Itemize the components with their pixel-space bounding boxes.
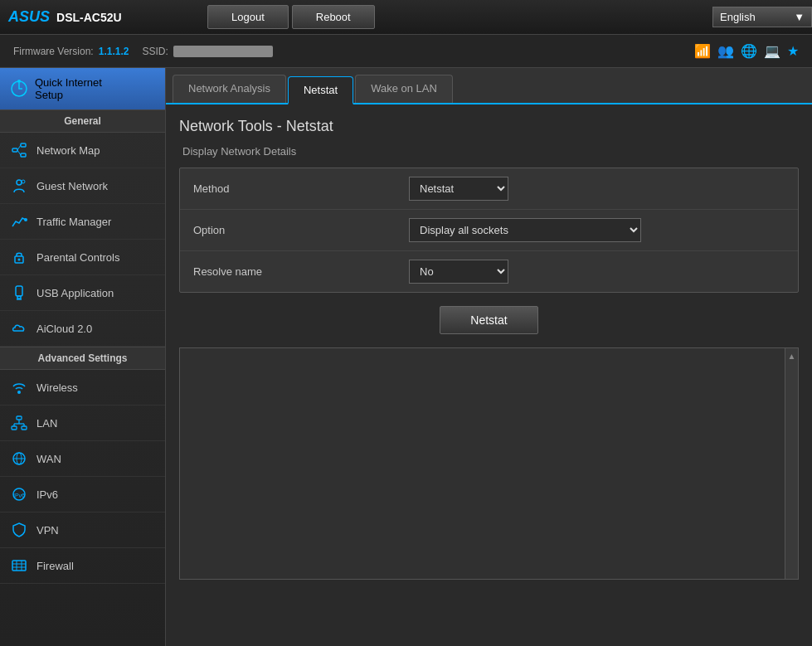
svg-point-15 <box>17 391 21 394</box>
svg-rect-12 <box>16 286 22 296</box>
sidebar-item-label: Wireless <box>36 381 78 394</box>
usb-application-icon <box>10 284 28 302</box>
ssid-label: SSID: <box>142 46 168 57</box>
logo-area: ASUS DSL-AC52U <box>0 8 174 26</box>
method-control: Netstat Ping Traceroute Nslookup <box>409 177 785 201</box>
sidebar-item-guest-network[interactable]: Guest Network <box>0 168 165 204</box>
svg-rect-28 <box>12 561 26 571</box>
sidebar-item-wireless[interactable]: Wireless <box>0 370 165 406</box>
firewall-icon <box>10 556 28 575</box>
svg-rect-16 <box>17 416 22 420</box>
sidebar-item-ipv6[interactable]: IPv6 IPv6 <box>0 477 165 512</box>
sidebar-item-traffic-manager[interactable]: Traffic Manager <box>0 204 165 240</box>
main-layout: Quick Internet Setup General Network Map <box>0 68 812 646</box>
monitor-status-icon[interactable]: 💻 <box>764 43 780 59</box>
option-row: Option Display all sockets Display TCP D… <box>180 210 798 251</box>
network-map-icon <box>10 141 28 159</box>
sidebar-item-label: WAN <box>36 453 61 465</box>
resolve-control: No Yes <box>409 260 785 284</box>
sidebar-item-label: Traffic Manager <box>36 216 111 228</box>
sidebar-item-label: Firewall <box>36 560 74 572</box>
vpn-icon <box>10 521 28 539</box>
tab-wake-on-lan[interactable]: Wake on LAN <box>355 75 453 103</box>
svg-rect-3 <box>21 143 26 147</box>
svg-point-9 <box>24 218 27 221</box>
resolve-label: Resolve name <box>193 265 409 278</box>
wan-icon <box>10 449 28 468</box>
sidebar-item-lan[interactable]: LAN <box>0 406 165 441</box>
sidebar-item-label: LAN <box>36 417 57 430</box>
content-area: Network Analysis Netstat Wake on LAN Net… <box>166 68 812 646</box>
model-name: DSL-AC52U <box>56 11 122 24</box>
option-label: Option <box>193 224 409 236</box>
header: ASUS DSL-AC52U Logout Reboot English ▼ <box>0 0 812 35</box>
quick-setup-line1: Quick Internet <box>35 76 102 89</box>
logout-button[interactable]: Logout <box>207 5 289 29</box>
form-container: Method Netstat Ping Traceroute Nslookup … <box>179 168 799 293</box>
asus-logo: ASUS <box>8 8 50 26</box>
advanced-settings-label: Advanced Settings <box>0 347 165 370</box>
method-row: Method Netstat Ping Traceroute Nslookup <box>180 168 798 210</box>
scroll-up-icon[interactable]: ▲ <box>785 348 800 364</box>
language-label: English <box>720 11 756 23</box>
general-section-label: General <box>0 109 165 133</box>
sidebar: Quick Internet Setup General Network Map <box>0 68 166 646</box>
share-status-icon[interactable]: ★ <box>787 43 799 59</box>
sidebar-item-label: AiCloud 2.0 <box>36 323 92 335</box>
firmware-version: 1.1.1.2 <box>99 46 129 57</box>
status-bar: Firmware Version: 1.1.1.2 SSID: 📶 👥 🌐 💻 … <box>0 35 812 68</box>
language-selector[interactable]: English ▼ <box>712 7 812 27</box>
sidebar-item-label: Parental Controls <box>36 251 119 264</box>
sidebar-item-label: IPv6 <box>36 488 58 501</box>
tabs-bar: Network Analysis Netstat Wake on LAN <box>166 68 812 104</box>
output-area: ▲ <box>179 347 799 580</box>
tab-network-analysis[interactable]: Network Analysis <box>173 75 286 103</box>
svg-line-6 <box>17 150 21 155</box>
sidebar-item-label: Guest Network <box>36 180 108 192</box>
ssid-value <box>173 46 273 57</box>
sidebar-item-usb-application[interactable]: USB Application <box>0 275 165 311</box>
svg-line-5 <box>17 145 21 150</box>
sidebar-item-aicloud[interactable]: AiCloud 2.0 <box>0 311 165 347</box>
globe-status-icon[interactable]: 🌐 <box>741 43 757 59</box>
aicloud-icon <box>10 319 28 338</box>
sidebar-item-wan[interactable]: WAN <box>0 441 165 477</box>
method-label: Method <box>193 182 409 195</box>
quick-internet-setup[interactable]: Quick Internet Setup <box>0 68 165 109</box>
parental-controls-icon <box>10 248 28 266</box>
option-select[interactable]: Display all sockets Display TCP Display … <box>409 218 641 242</box>
svg-point-11 <box>18 259 21 261</box>
sidebar-item-label: Network Map <box>36 144 100 157</box>
sidebar-item-network-map[interactable]: Network Map <box>0 133 165 168</box>
quick-setup-icon <box>10 80 28 98</box>
wifi-status-icon[interactable]: 📶 <box>694 43 711 59</box>
wireless-icon <box>10 378 28 396</box>
quick-setup-line2: Setup <box>35 89 102 101</box>
firmware-label: Firmware Version: <box>13 46 94 57</box>
resolve-select[interactable]: No Yes <box>409 260 508 284</box>
tab-netstat[interactable]: Netstat <box>288 76 353 104</box>
lan-icon <box>10 414 28 432</box>
svg-rect-4 <box>21 153 26 157</box>
svg-point-1 <box>17 80 21 83</box>
output-scrollbar[interactable]: ▲ <box>785 348 798 579</box>
sidebar-item-parental-controls[interactable]: Parental Controls <box>0 240 165 275</box>
users-status-icon[interactable]: 👥 <box>717 43 734 59</box>
svg-text:IPv6: IPv6 <box>13 493 25 498</box>
header-buttons: Logout Reboot <box>207 5 375 29</box>
page-content: Network Tools - Netstat Display Network … <box>166 104 812 593</box>
sidebar-item-firewall[interactable]: Firewall <box>0 548 165 584</box>
section-label: Display Network Details <box>179 145 799 158</box>
dropdown-arrow-icon: ▼ <box>794 11 805 23</box>
svg-rect-18 <box>22 426 27 430</box>
quick-setup-text: Quick Internet Setup <box>35 76 102 101</box>
method-select[interactable]: Netstat Ping Traceroute Nslookup <box>409 177 508 201</box>
run-netstat-button[interactable]: Netstat <box>440 306 537 334</box>
svg-rect-2 <box>12 148 17 152</box>
guest-network-icon <box>10 177 28 195</box>
svg-rect-13 <box>17 296 21 299</box>
reboot-button[interactable]: Reboot <box>292 5 375 29</box>
status-icons: 📶 👥 🌐 💻 ★ <box>694 43 799 59</box>
sidebar-item-vpn[interactable]: VPN <box>0 512 165 548</box>
svg-rect-17 <box>12 426 17 430</box>
